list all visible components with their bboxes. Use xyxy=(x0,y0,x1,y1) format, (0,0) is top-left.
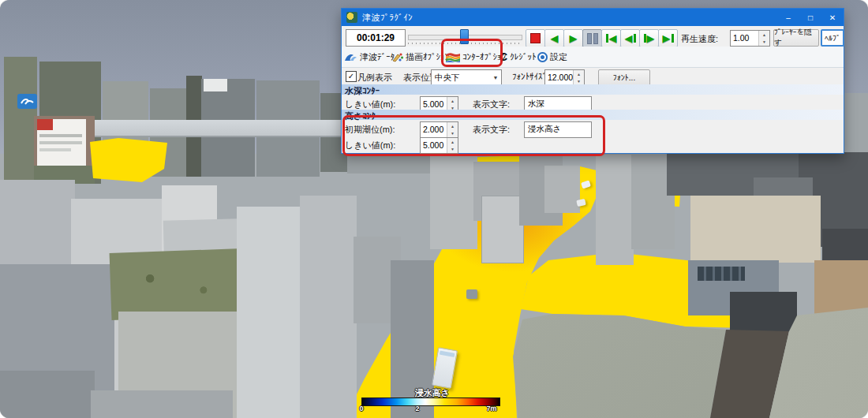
pause-button[interactable] xyxy=(582,29,602,47)
close-button[interactable]: ✕ xyxy=(821,9,844,26)
play-backward-button[interactable]: ◀ xyxy=(544,29,564,47)
spin-up-icon[interactable]: ▲ xyxy=(447,122,458,130)
spin-down-icon[interactable]: ▼ xyxy=(447,146,458,154)
tab-label: 設定 xyxy=(550,51,567,63)
play-button[interactable]: ▶ xyxy=(563,29,583,47)
dialog-title: 津波ﾌﾟﾗｸﾞｲﾝ xyxy=(362,12,413,24)
depth-threshold-label: しきい値(m): xyxy=(345,99,395,110)
paint-pen-icon xyxy=(391,52,403,62)
car-gray xyxy=(466,289,477,299)
play-backward-icon: ◀ xyxy=(551,33,559,43)
legend-colorbar xyxy=(361,397,500,406)
elevated-expressway xyxy=(88,120,353,137)
plugin-tabbar: 津波ﾃﾞｰﾀ 描画ｵﾌﾟｼｮﾝ ｺﾝﾀｰｵﾌﾟｼｮﾝ C ｸﾚｼﾞｯﾄ 設定 xyxy=(342,47,844,68)
depth-text-label: 表示文字: xyxy=(473,99,510,110)
dropdown-arrow-icon: ▼ xyxy=(490,75,501,80)
spin-down-icon[interactable]: ▼ xyxy=(759,39,769,47)
font-button[interactable]: ﾌｫﾝﾄ... xyxy=(598,69,650,86)
hide-player-button[interactable]: ﾌﾟﾚｰﾔｰを隠す xyxy=(773,29,819,47)
spin-up-icon[interactable]: ▲ xyxy=(759,31,769,39)
legend-tick-min: 0 xyxy=(354,405,369,412)
initial-tide-spinner[interactable]: 2.000 ▲▼ xyxy=(420,121,458,138)
dialog-titlebar[interactable]: 津波ﾌﾟﾗｸﾞｲﾝ – □ ✕ xyxy=(342,9,844,26)
tab-settings[interactable]: 設定 xyxy=(536,48,569,65)
position-dropdown[interactable]: 中央下 ▼ xyxy=(431,69,502,86)
corporate-logo-sign xyxy=(17,94,37,109)
show-legend-label: 凡例表示 xyxy=(357,72,392,84)
initial-tide-label: 初期潮位(m): xyxy=(345,124,395,136)
skip-to-start-icon: ◀ xyxy=(609,33,617,43)
spin-up-icon[interactable]: ▲ xyxy=(447,138,458,146)
tab-label: 描画ｵﾌﾟｼｮﾝ xyxy=(406,51,449,63)
credits-icon: C xyxy=(499,50,507,63)
skip-to-start-button[interactable]: ◀ xyxy=(601,29,621,47)
position-value: 中央下 xyxy=(432,73,490,84)
app-icon xyxy=(346,12,357,23)
spin-down-icon[interactable]: ▼ xyxy=(447,130,458,138)
playback-time-display: 00:01:29 xyxy=(346,29,406,47)
tab-credits[interactable]: C ｸﾚｼﾞｯﾄ xyxy=(498,48,537,65)
tab-label: ｸﾚｼﾞｯﾄ xyxy=(510,52,536,62)
maximize-button[interactable]: □ xyxy=(799,9,821,26)
skip-to-end-icon: ▶ xyxy=(663,33,671,43)
depth-contour-header: 水深ｺﾝﾀｰ xyxy=(342,84,844,95)
skip-to-end-button[interactable]: ▶ xyxy=(658,29,678,47)
height-text-input[interactable]: 浸水高さ xyxy=(524,121,592,138)
fontsize-value[interactable]: 12.000 xyxy=(545,70,573,85)
fontsize-label: ﾌｫﾝﾄｻｲｽﾞ: xyxy=(512,72,549,81)
step-backward-button[interactable]: ◀ xyxy=(620,29,640,47)
tsunami-plugin-dialog: 津波ﾌﾟﾗｸﾞｲﾝ – □ ✕ 00:01:29 ◀ ▶ ◀ ◀ ▶ ▶ 再生速… xyxy=(341,8,844,154)
tab-draw-options[interactable]: 描画ｵﾌﾟｼｮﾝ xyxy=(390,48,451,65)
height-text-label: 表示文字: xyxy=(473,124,510,136)
minimize-button[interactable]: – xyxy=(777,9,799,26)
help-button[interactable]: ﾍﾙﾌﾟ xyxy=(821,29,844,47)
play-icon: ▶ xyxy=(570,33,578,43)
fontsize-spinner[interactable]: 12.000 ▲▼ xyxy=(544,69,585,86)
legend-tick-mid: 2 xyxy=(410,405,425,412)
tab-tsunami-data[interactable]: 津波ﾃﾞｰﾀ xyxy=(342,48,396,65)
step-forward-button[interactable]: ▶ xyxy=(639,29,659,47)
height-contour-header: 高さｺﾝﾀｰ xyxy=(342,110,844,120)
screenshot-frame: 浸水高さ 0 2 7m 津波ﾌﾟﾗｸﾞｲﾝ – □ ✕ 00:01:29 ◀ xyxy=(0,0,868,418)
legend-tick-max: 7m xyxy=(484,405,499,412)
contour-colormap-icon xyxy=(446,52,460,62)
slider-handle[interactable] xyxy=(460,29,469,44)
step-backward-icon: ◀ xyxy=(625,33,633,43)
timeline-slider[interactable] xyxy=(408,29,521,45)
step-forward-icon: ▶ xyxy=(647,33,655,43)
wave-icon xyxy=(344,52,357,62)
speed-value[interactable]: 1.00 xyxy=(731,31,758,46)
spin-up-icon[interactable]: ▲ xyxy=(447,97,458,105)
stop-button[interactable] xyxy=(526,29,545,47)
spin-up-icon[interactable]: ▲ xyxy=(574,70,584,78)
settings-gear-icon xyxy=(537,52,548,62)
initial-tide-value[interactable]: 2.000 xyxy=(421,122,447,137)
height-threshold-label: しきい値(m): xyxy=(345,140,395,151)
height-threshold-value[interactable]: 5.000 xyxy=(421,138,447,153)
pause-icon xyxy=(587,33,598,44)
height-threshold-spinner[interactable]: 5.000 ▲▼ xyxy=(420,137,458,154)
stop-icon xyxy=(530,33,541,43)
speed-label: 再生速度: xyxy=(681,33,718,45)
speed-spinner[interactable]: 1.00 ▲▼ xyxy=(730,30,770,47)
show-legend-checkbox[interactable]: ✓ xyxy=(346,71,357,82)
